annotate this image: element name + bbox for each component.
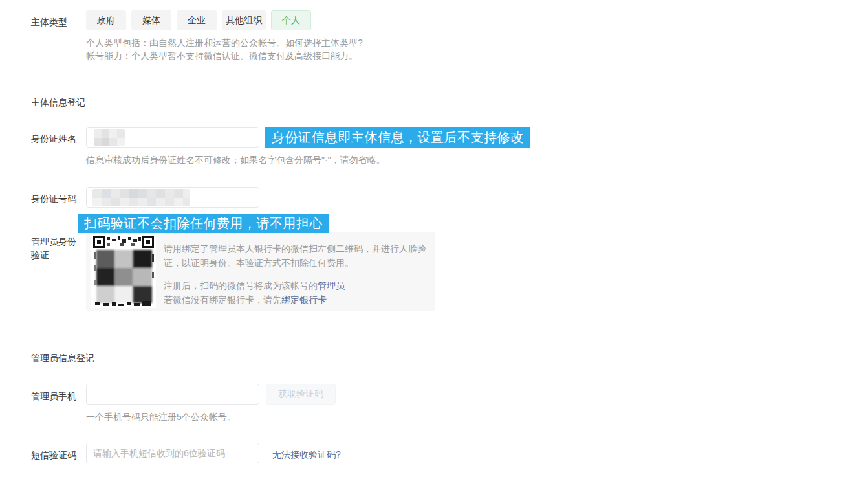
get-verification-code-button[interactable]: 获取验证码 (266, 384, 336, 405)
admin-role-link[interactable]: 管理员 (318, 280, 345, 291)
subject-type-help-line1: 个人类型包括：由自然人注册和运营的公众帐号。 (86, 38, 285, 48)
id-name-annotation-tooltip: 身份证信息即主体信息，设置后不支持修改 (265, 127, 530, 148)
subject-type-option-government[interactable]: 政府 (86, 10, 126, 30)
bind-bank-card-link[interactable]: 绑定银行卡 (281, 295, 327, 305)
id-number-redacted-value (92, 189, 190, 206)
subject-type-option-enterprise[interactable]: 企业 (177, 10, 217, 30)
admin-verify-panel: 请用绑定了管理员本人银行卡的微信扫左侧二维码，并进行人脸验证，以证明身份。本验证… (86, 232, 435, 311)
admin-phone-label: 管理员手机 (31, 390, 76, 403)
subject-type-label: 主体类型 (31, 16, 67, 29)
admin-phone-help: 一个手机号码只能注册5个公众帐号。 (86, 410, 236, 423)
subject-type-option-other-org[interactable]: 其他组织 (222, 10, 266, 30)
id-name-redacted-value (94, 129, 125, 146)
subject-type-option-media[interactable]: 媒体 (131, 10, 171, 30)
admin-phone-input[interactable] (86, 384, 259, 405)
how-to-choose-type-link[interactable]: 如何选择主体类型? (285, 38, 363, 48)
subject-type-help-line2: 帐号能力：个人类型暂不支持微信认证、微信支付及高级接口能力。 (86, 50, 358, 61)
qr-code (91, 234, 156, 308)
subject-info-section-title: 主体信息登记 (31, 97, 85, 109)
id-name-label: 身份证姓名 (31, 132, 76, 146)
id-name-help: 信息审核成功后身份证姓名不可修改；如果名字包含分隔号"·"，请勿省略。 (86, 153, 385, 166)
admin-verify-label: 管理员身份验证 (31, 235, 80, 262)
subject-type-options: 政府 媒体 企业 其他组织 个人 (86, 10, 311, 30)
scan-annotation-tooltip: 扫码验证不会扣除任何费用，请不用担心 (78, 214, 329, 233)
bind-card-text: 若微信没有绑定银行卡，请先 (164, 295, 281, 305)
id-number-label: 身份证号码 (31, 192, 76, 206)
admin-verify-notes: 注册后，扫码的微信号将成为该帐号的管理员 若微信没有绑定银行卡，请先绑定银行卡 (164, 278, 430, 307)
cannot-receive-code-link[interactable]: 无法接收验证码? (272, 448, 341, 462)
sms-code-label: 短信验证码 (31, 449, 76, 462)
admin-note-text: 注册后，扫码的微信号将成为该帐号的 (164, 280, 318, 291)
subject-type-help: 个人类型包括：由自然人注册和运营的公众帐号。如何选择主体类型? 帐号能力：个人类… (86, 36, 363, 62)
admin-info-section-title: 管理员信息登记 (31, 353, 94, 364)
sms-code-input[interactable] (86, 443, 259, 463)
wechat-account-registration-form: 主体类型 政府 媒体 企业 其他组织 个人 个人类型包括：由自然人注册和运营的公… (0, 0, 868, 490)
subject-type-option-personal[interactable]: 个人 (271, 10, 311, 30)
admin-verify-desc: 请用绑定了管理员本人银行卡的微信扫左侧二维码，并进行人脸验证，以证明身份。本验证… (164, 241, 430, 270)
